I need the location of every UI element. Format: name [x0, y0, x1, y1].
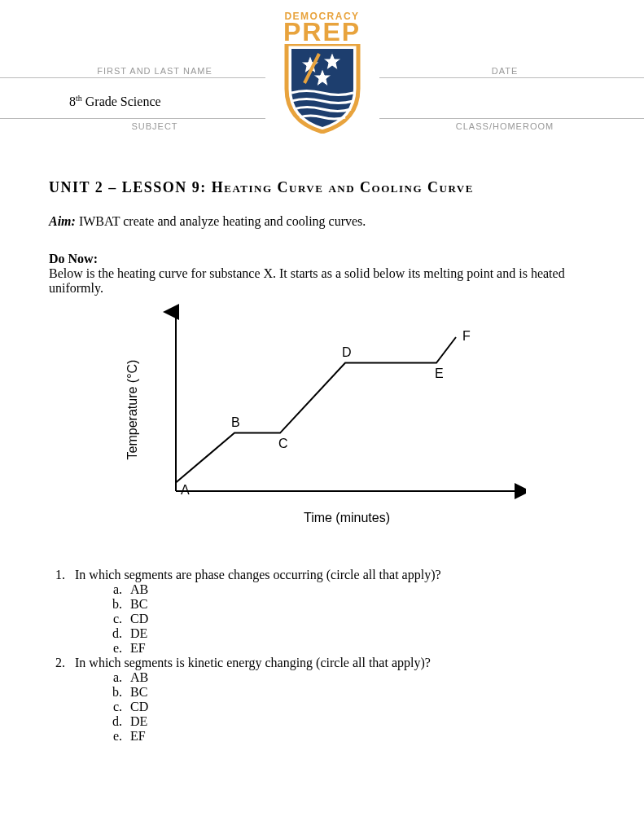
option-item: EF [125, 641, 595, 656]
question-text: In which segments is kinetic energy chan… [75, 656, 431, 669]
option-item: BC [125, 597, 595, 612]
grade-rest: Grade Science [82, 94, 161, 108]
point-label: A [181, 483, 190, 497]
worksheet-header: FIRST AND LAST NAME DATE SUBJECT CLASS/H… [0, 0, 644, 138]
subject-label: SUBJECT [131, 121, 177, 131]
y-axis-label: Temperature (°C) [125, 360, 139, 460]
aim-label: Aim: [49, 214, 76, 228]
point-label: B [231, 415, 240, 429]
question-item: In which segments are phase changes occu… [68, 568, 595, 656]
date-field: DATE [440, 63, 570, 77]
option-item: AB [125, 670, 595, 685]
class-field: CLASS/HOMEROOM [440, 118, 570, 133]
point-label: D [342, 345, 352, 359]
name-field: FIRST AND LAST NAME [65, 63, 244, 77]
aim-line: Aim: IWBAT create and analyze heating an… [49, 214, 595, 229]
line-chart: ABCDEF Time (minutes) Temperature (°C) [119, 304, 526, 532]
option-item: BC [125, 685, 595, 700]
worksheet-body: UNIT 2 – LESSON 9: Heating Curve and Coo… [0, 138, 644, 744]
name-label: FIRST AND LAST NAME [97, 66, 212, 76]
option-item: DE [125, 626, 595, 641]
option-item: CD [125, 700, 595, 714]
option-item: AB [125, 582, 595, 597]
option-item: CD [125, 612, 595, 626]
question-item: In which segments is kinetic energy chan… [68, 656, 595, 744]
logo-text-main: PREP [265, 20, 379, 44]
point-label: C [278, 437, 288, 450]
option-item: EF [125, 729, 595, 744]
subject-value: 8th Grade Science [69, 94, 161, 109]
shield-icon [282, 44, 363, 134]
subject-field: SUBJECT [65, 118, 244, 133]
date-label: DATE [492, 66, 519, 76]
point-label: F [462, 329, 471, 343]
point-label: E [435, 367, 444, 380]
unit-title: UNIT 2 – LESSON 9: Heating Curve and Coo… [49, 179, 595, 196]
school-logo: DEMOCRACY PREP [265, 11, 379, 134]
option-list: ABBCCDDEEF [75, 582, 595, 656]
x-axis-label: Time (minutes) [303, 511, 389, 525]
heating-curve-chart: ABCDEF Time (minutes) Temperature (°C) [49, 304, 595, 535]
donow-text: Below is the heating curve for substance… [49, 266, 595, 296]
donow-label: Do Now: [49, 252, 595, 266]
class-label: CLASS/HOMEROOM [456, 121, 554, 131]
option-list: ABBCCDDEEF [75, 670, 595, 744]
grade-number: 8 [69, 94, 76, 108]
question-text: In which segments are phase changes occu… [75, 568, 441, 582]
ordinal-suffix: th [76, 94, 82, 103]
question-list: In which segments are phase changes occu… [49, 568, 595, 744]
aim-text: IWBAT create and analyze heating and coo… [76, 214, 366, 228]
option-item: DE [125, 714, 595, 729]
